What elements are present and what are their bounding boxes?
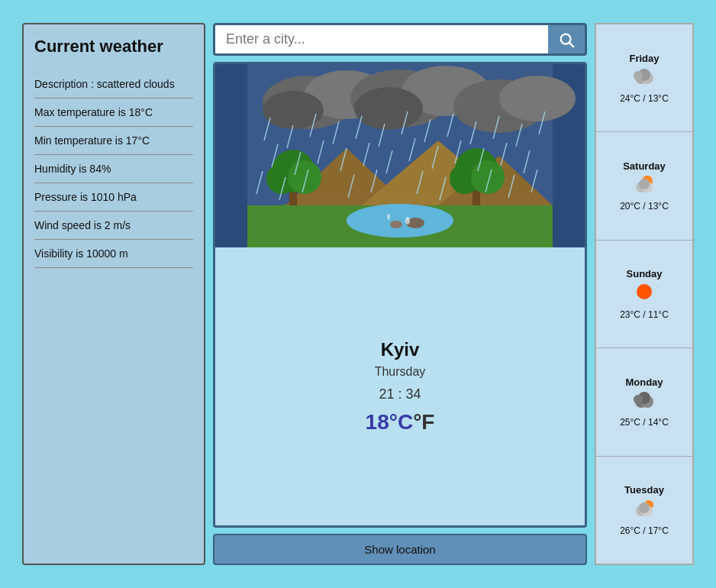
forecast-icon-1	[631, 173, 658, 199]
stat-humidity: Humidity is 84%	[34, 155, 193, 183]
svg-point-72	[639, 179, 650, 189]
svg-point-8	[354, 87, 423, 130]
svg-point-63	[405, 217, 410, 225]
temp-display: 18°C°F	[366, 410, 435, 435]
svg-point-19	[288, 160, 321, 194]
forecast-temps-3: 25°C / 14°C	[620, 417, 669, 428]
forecast-tuesday: Tuesday 26°C / 17°C	[596, 457, 692, 564]
forecast-temps-2: 23°C / 11°C	[620, 309, 669, 320]
svg-point-23	[471, 160, 505, 194]
search-bar	[213, 23, 587, 56]
stat-description: Description : scattered clouds	[34, 70, 193, 99]
stat-pressure: Pressure is 1010 hPa	[34, 183, 193, 212]
temp-celsius: 18°C	[366, 410, 414, 434]
middle-panel: Kyiv Thursday 21 : 34 18°C°F Show locati…	[213, 23, 587, 565]
search-input[interactable]	[215, 25, 548, 53]
time-display: 21 : 34	[379, 386, 421, 402]
svg-point-81	[639, 502, 650, 513]
stat-visibility: Visibility is 10000 m	[34, 240, 193, 268]
weather-info: Kyiv Thursday 21 : 34 18°C°F	[358, 247, 443, 525]
stat-max-temp: Max temperature is 18°C	[34, 99, 193, 127]
forecast-monday: Monday 25°C / 14°C	[596, 348, 692, 456]
search-button[interactable]	[548, 25, 585, 53]
svg-point-25	[347, 204, 453, 237]
temp-fahrenheit: °F	[413, 410, 434, 434]
forecast-temps-4: 26°C / 17°C	[620, 525, 669, 536]
svg-point-10	[499, 76, 576, 121]
city-name: Kyiv	[381, 339, 420, 360]
forecast-temps-1: 20°C / 13°C	[620, 201, 669, 212]
forecast-day-name-0: Friday	[629, 53, 659, 64]
stat-wind-speed: Wind speed is 2 m/s	[34, 212, 193, 240]
weather-card: Kyiv Thursday 21 : 34 18°C°F	[213, 62, 587, 528]
app-container: Current weather Description : scattered …	[15, 15, 701, 573]
svg-point-77	[634, 395, 643, 404]
forecast-day-name-3: Monday	[625, 376, 663, 388]
forecast-icon-3	[631, 389, 658, 415]
show-location-button[interactable]: Show location	[213, 534, 587, 565]
current-weather-title: Current weather	[34, 37, 193, 57]
forecast-panel: Friday 24°C / 13°C Saturday	[595, 23, 694, 565]
forecast-sunday: Sunday 23°C / 11°C	[596, 241, 692, 348]
svg-point-5	[263, 91, 324, 129]
svg-point-68	[634, 71, 643, 80]
forecast-day-name-1: Saturday	[623, 160, 666, 172]
stat-min-temp: Min temperature is 17°C	[34, 127, 193, 155]
svg-point-73	[637, 284, 652, 299]
forecast-temps-0: 24°C / 13°C	[620, 93, 669, 104]
search-icon	[558, 31, 575, 48]
current-weather-panel: Current weather Description : scattered …	[22, 23, 205, 565]
forecast-icon-4	[631, 497, 658, 523]
svg-point-27	[390, 221, 402, 228]
forecast-friday: Friday 24°C / 13°C	[596, 24, 692, 132]
weather-illustration	[215, 64, 585, 247]
forecast-day-name-2: Sunday	[627, 268, 663, 279]
forecast-icon-0	[631, 66, 658, 92]
day-name: Thursday	[375, 365, 426, 379]
forecast-icon-2	[631, 281, 658, 307]
forecast-saturday: Saturday 20°C / 13°C	[596, 132, 692, 240]
svg-point-64	[387, 214, 390, 220]
forecast-day-name-4: Tuesday	[624, 484, 664, 496]
svg-line-1	[569, 43, 573, 47]
